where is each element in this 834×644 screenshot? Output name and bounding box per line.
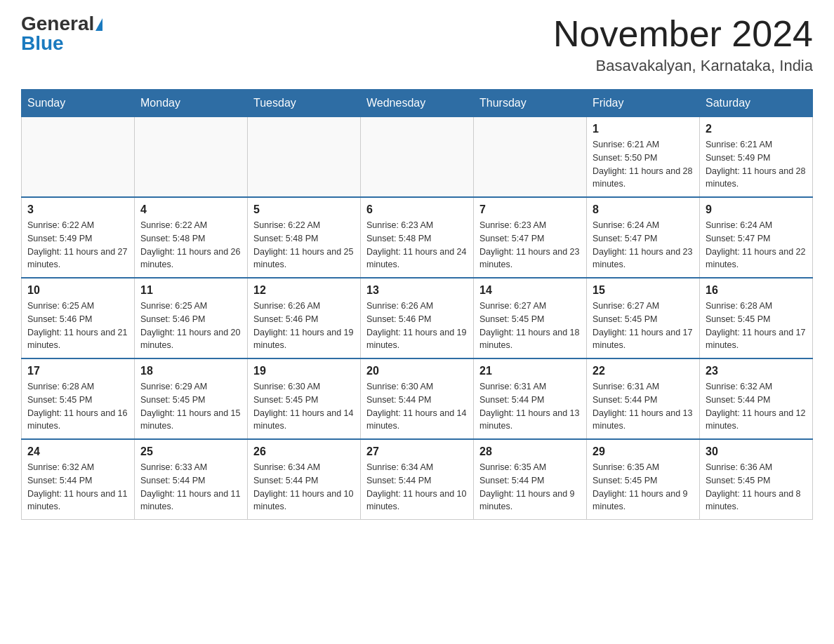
calendar-day-cell: 19Sunrise: 6:30 AMSunset: 5:45 PMDayligh…	[248, 358, 361, 439]
day-info: Sunrise: 6:23 AMSunset: 5:48 PMDaylight:…	[366, 219, 468, 271]
day-info: Sunrise: 6:22 AMSunset: 5:49 PMDaylight:…	[27, 219, 128, 271]
day-info: Sunrise: 6:31 AMSunset: 5:44 PMDaylight:…	[479, 380, 581, 433]
calendar-day-header: Tuesday	[248, 90, 361, 117]
day-info: Sunrise: 6:22 AMSunset: 5:48 PMDaylight:…	[140, 219, 241, 271]
day-info: Sunrise: 6:28 AMSunset: 5:45 PMDaylight:…	[706, 300, 807, 352]
calendar-week-row: 24Sunrise: 6:32 AMSunset: 5:44 PMDayligh…	[22, 439, 813, 520]
day-info: Sunrise: 6:27 AMSunset: 5:45 PMDaylight:…	[479, 300, 581, 352]
calendar-day-header: Friday	[587, 90, 700, 117]
calendar-day-cell: 13Sunrise: 6:26 AMSunset: 5:46 PMDayligh…	[361, 278, 474, 358]
day-number: 23	[706, 365, 807, 377]
day-info: Sunrise: 6:32 AMSunset: 5:44 PMDaylight:…	[27, 461, 128, 514]
logo-general-text: General	[21, 13, 94, 34]
calendar-week-row: 3Sunrise: 6:22 AMSunset: 5:49 PMDaylight…	[22, 197, 813, 278]
day-info: Sunrise: 6:24 AMSunset: 5:47 PMDaylight:…	[706, 219, 807, 271]
calendar-day-cell: 27Sunrise: 6:34 AMSunset: 5:44 PMDayligh…	[361, 439, 474, 520]
page-header: General Blue November 2024 Basavakalyan,…	[21, 14, 813, 75]
day-info: Sunrise: 6:21 AMSunset: 5:50 PMDaylight:…	[593, 138, 694, 191]
day-number: 5	[253, 203, 355, 216]
day-number: 12	[253, 284, 355, 297]
day-number: 26	[253, 445, 355, 458]
calendar-day-cell: 1Sunrise: 6:21 AMSunset: 5:50 PMDaylight…	[587, 117, 700, 198]
calendar-day-cell: 15Sunrise: 6:27 AMSunset: 5:45 PMDayligh…	[587, 278, 700, 358]
calendar-day-cell: 16Sunrise: 6:28 AMSunset: 5:45 PMDayligh…	[700, 278, 813, 358]
calendar-week-row: 1Sunrise: 6:21 AMSunset: 5:50 PMDaylight…	[22, 117, 813, 198]
calendar-day-header: Sunday	[22, 90, 135, 117]
day-info: Sunrise: 6:22 AMSunset: 5:48 PMDaylight:…	[253, 219, 355, 271]
calendar-day-cell: 6Sunrise: 6:23 AMSunset: 5:48 PMDaylight…	[361, 197, 474, 278]
calendar-day-cell	[361, 117, 474, 198]
day-number: 30	[706, 445, 807, 458]
day-info: Sunrise: 6:29 AMSunset: 5:45 PMDaylight:…	[140, 380, 241, 433]
calendar-day-cell: 12Sunrise: 6:26 AMSunset: 5:46 PMDayligh…	[248, 278, 361, 358]
day-number: 4	[140, 203, 241, 216]
calendar-day-cell: 8Sunrise: 6:24 AMSunset: 5:47 PMDaylight…	[587, 197, 700, 278]
calendar-day-cell: 14Sunrise: 6:27 AMSunset: 5:45 PMDayligh…	[474, 278, 587, 358]
day-number: 29	[593, 445, 694, 458]
day-number: 14	[479, 284, 581, 297]
calendar-day-cell: 3Sunrise: 6:22 AMSunset: 5:49 PMDaylight…	[22, 197, 135, 278]
month-title: November 2024	[553, 14, 813, 54]
calendar-day-cell: 30Sunrise: 6:36 AMSunset: 5:45 PMDayligh…	[700, 439, 813, 520]
calendar-day-header: Saturday	[700, 90, 813, 117]
calendar-day-cell: 26Sunrise: 6:34 AMSunset: 5:44 PMDayligh…	[248, 439, 361, 520]
calendar-day-cell	[248, 117, 361, 198]
day-info: Sunrise: 6:25 AMSunset: 5:46 PMDaylight:…	[27, 300, 128, 352]
day-number: 24	[27, 445, 128, 458]
calendar-day-cell: 25Sunrise: 6:33 AMSunset: 5:44 PMDayligh…	[135, 439, 248, 520]
calendar-day-header: Monday	[135, 90, 248, 117]
day-number: 11	[140, 284, 241, 297]
day-info: Sunrise: 6:35 AMSunset: 5:44 PMDaylight:…	[479, 461, 581, 514]
calendar-day-header: Thursday	[474, 90, 587, 117]
logo-top: General	[21, 14, 102, 34]
day-number: 9	[706, 203, 807, 216]
day-info: Sunrise: 6:35 AMSunset: 5:45 PMDaylight:…	[593, 461, 694, 514]
day-info: Sunrise: 6:27 AMSunset: 5:45 PMDaylight:…	[593, 300, 694, 352]
logo: General Blue	[21, 14, 102, 53]
day-info: Sunrise: 6:23 AMSunset: 5:47 PMDaylight:…	[479, 219, 581, 271]
day-info: Sunrise: 6:30 AMSunset: 5:45 PMDaylight:…	[253, 380, 355, 433]
calendar-week-row: 10Sunrise: 6:25 AMSunset: 5:46 PMDayligh…	[22, 278, 813, 358]
day-info: Sunrise: 6:21 AMSunset: 5:49 PMDaylight:…	[706, 138, 807, 191]
calendar-day-cell: 9Sunrise: 6:24 AMSunset: 5:47 PMDaylight…	[700, 197, 813, 278]
calendar-day-cell: 7Sunrise: 6:23 AMSunset: 5:47 PMDaylight…	[474, 197, 587, 278]
calendar-day-cell: 23Sunrise: 6:32 AMSunset: 5:44 PMDayligh…	[700, 358, 813, 439]
day-info: Sunrise: 6:33 AMSunset: 5:44 PMDaylight:…	[140, 461, 241, 514]
day-info: Sunrise: 6:31 AMSunset: 5:44 PMDaylight:…	[593, 380, 694, 433]
day-number: 7	[479, 203, 581, 216]
calendar-day-cell: 18Sunrise: 6:29 AMSunset: 5:45 PMDayligh…	[135, 358, 248, 439]
day-number: 6	[366, 203, 468, 216]
calendar-day-cell: 17Sunrise: 6:28 AMSunset: 5:45 PMDayligh…	[22, 358, 135, 439]
calendar-day-cell	[135, 117, 248, 198]
day-number: 15	[593, 284, 694, 297]
day-info: Sunrise: 6:24 AMSunset: 5:47 PMDaylight:…	[593, 219, 694, 271]
day-info: Sunrise: 6:34 AMSunset: 5:44 PMDaylight:…	[253, 461, 355, 514]
logo-triangle-icon	[95, 18, 102, 31]
day-number: 19	[253, 365, 355, 377]
calendar-day-cell: 20Sunrise: 6:30 AMSunset: 5:44 PMDayligh…	[361, 358, 474, 439]
day-number: 1	[593, 123, 694, 135]
calendar-day-cell	[474, 117, 587, 198]
day-number: 25	[140, 445, 241, 458]
calendar-day-cell: 28Sunrise: 6:35 AMSunset: 5:44 PMDayligh…	[474, 439, 587, 520]
day-number: 13	[366, 284, 468, 297]
calendar-header-row: SundayMondayTuesdayWednesdayThursdayFrid…	[22, 90, 813, 117]
calendar-day-cell: 5Sunrise: 6:22 AMSunset: 5:48 PMDaylight…	[248, 197, 361, 278]
day-number: 16	[706, 284, 807, 297]
day-info: Sunrise: 6:36 AMSunset: 5:45 PMDaylight:…	[706, 461, 807, 514]
calendar-day-cell: 24Sunrise: 6:32 AMSunset: 5:44 PMDayligh…	[22, 439, 135, 520]
day-info: Sunrise: 6:30 AMSunset: 5:44 PMDaylight:…	[366, 380, 468, 433]
day-info: Sunrise: 6:26 AMSunset: 5:46 PMDaylight:…	[253, 300, 355, 352]
day-number: 28	[479, 445, 581, 458]
location-title: Basavakalyan, Karnataka, India	[553, 57, 813, 75]
calendar-day-header: Wednesday	[361, 90, 474, 117]
day-number: 22	[593, 365, 694, 377]
day-number: 20	[366, 365, 468, 377]
day-info: Sunrise: 6:25 AMSunset: 5:46 PMDaylight:…	[140, 300, 241, 352]
calendar-day-cell: 10Sunrise: 6:25 AMSunset: 5:46 PMDayligh…	[22, 278, 135, 358]
calendar-day-cell: 2Sunrise: 6:21 AMSunset: 5:49 PMDaylight…	[700, 117, 813, 198]
day-info: Sunrise: 6:28 AMSunset: 5:45 PMDaylight:…	[27, 380, 128, 433]
day-info: Sunrise: 6:26 AMSunset: 5:46 PMDaylight:…	[366, 300, 468, 352]
calendar-table: SundayMondayTuesdayWednesdayThursdayFrid…	[21, 89, 813, 520]
day-info: Sunrise: 6:34 AMSunset: 5:44 PMDaylight:…	[366, 461, 468, 514]
